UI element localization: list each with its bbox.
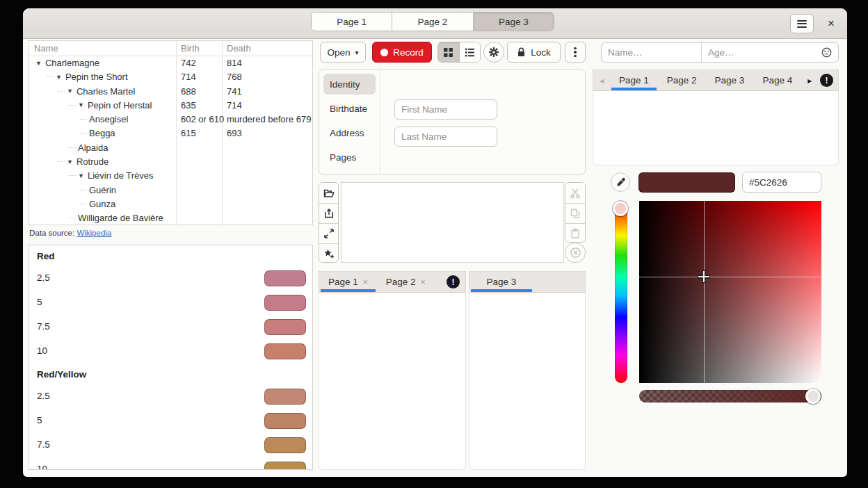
tree-cell-name: Liévin de Trèves xyxy=(88,170,154,181)
notebook-page-content[interactable] xyxy=(593,91,839,165)
titlebar-tab-page1[interactable]: Page 1 xyxy=(312,13,392,31)
copy-icon xyxy=(570,208,581,219)
tab-page3[interactable]: Page 3 xyxy=(469,272,533,292)
tabs-scroll-left-icon[interactable]: ◂ xyxy=(593,70,610,90)
tab-close-icon[interactable]: × xyxy=(363,277,368,287)
expander-arrow-icon[interactable]: ▼ xyxy=(78,101,84,108)
clear-button[interactable] xyxy=(565,243,586,263)
column-header-death[interactable]: Death xyxy=(227,43,251,54)
scale-row[interactable]: 10 xyxy=(29,339,312,364)
list-view-button[interactable] xyxy=(459,42,481,62)
share-button[interactable] xyxy=(319,203,338,223)
expander-arrow-icon[interactable]: ▼ xyxy=(78,172,84,179)
scale-color-swatch xyxy=(264,437,306,453)
scale-row[interactable]: 5 xyxy=(29,409,312,433)
tree-row[interactable]: Ansegisel602 or 610murdered before 679 xyxy=(29,113,312,127)
sidebar-item-pages[interactable]: Pages xyxy=(323,147,376,168)
alpha-slider[interactable] xyxy=(639,390,821,402)
alpha-slider-handle[interactable] xyxy=(805,389,821,404)
age-input[interactable]: Age… xyxy=(702,43,838,62)
fullscreen-button[interactable] xyxy=(319,223,338,243)
tree-row[interactable]: ▼Rotrude xyxy=(29,155,312,169)
tree-row[interactable]: Gunza xyxy=(29,197,312,211)
tree-rows: ▼Charlemagne742814▼Pepin the Short714768… xyxy=(29,56,312,225)
tree-row[interactable]: Willigarde de Bavière xyxy=(29,211,312,225)
name-input[interactable]: Name… xyxy=(602,43,702,62)
scale-row[interactable]: 10 xyxy=(29,457,312,470)
scale-row[interactable]: 7.5 xyxy=(29,433,312,457)
tab-page1[interactable]: Page 1 × xyxy=(319,272,377,292)
tree-row[interactable]: ▼Pepin of Herstal635714 xyxy=(29,99,312,113)
wikipedia-link[interactable]: Wikipedia xyxy=(77,229,111,237)
scale-row[interactable]: 2.5 xyxy=(29,384,312,409)
expander-arrow-icon[interactable]: ▼ xyxy=(67,88,73,95)
tree-row[interactable]: ▼Liévin de Trèves xyxy=(29,169,312,183)
scale-color-swatch xyxy=(264,389,306,405)
sidebar-item-identity[interactable]: Identity xyxy=(323,74,376,95)
close-icon: × xyxy=(828,17,835,31)
column-header-name[interactable]: Name xyxy=(34,43,58,54)
settings-button[interactable] xyxy=(483,42,504,63)
menu-button[interactable] xyxy=(790,14,814,33)
tab-overflow-warning-icon[interactable]: ! xyxy=(820,74,833,87)
view-mode-toggle xyxy=(437,42,481,63)
copy-button[interactable] xyxy=(565,203,585,223)
close-button[interactable]: × xyxy=(820,14,842,33)
expander-arrow-icon[interactable]: ▼ xyxy=(56,74,62,81)
open-file-button[interactable] xyxy=(319,183,338,203)
open-button[interactable]: Open ▾ xyxy=(320,42,366,63)
grid-view-button[interactable] xyxy=(438,42,459,62)
titlebar-tab-page2[interactable]: Page 2 xyxy=(392,13,473,31)
tree-row[interactable]: ▼Pepin the Short714768 xyxy=(29,70,312,84)
expander-arrow-icon[interactable]: ▼ xyxy=(35,60,42,67)
tree-cell-death: 814 xyxy=(227,58,242,68)
scale-row[interactable]: 7.5 xyxy=(29,315,312,339)
tree-row[interactable]: ▼Charles Martel688741 xyxy=(29,85,312,99)
tree-row[interactable]: Begga615693 xyxy=(29,127,312,140)
tree-cell-birth: 615 xyxy=(181,128,196,138)
paste-button[interactable] xyxy=(565,223,585,243)
tab-overflow-warning-icon[interactable]: ! xyxy=(447,275,460,288)
hue-slider[interactable] xyxy=(615,201,627,383)
hex-color-input[interactable]: #5C2626 xyxy=(742,172,821,193)
eyedropper-button[interactable] xyxy=(611,172,630,192)
column-header-birth[interactable]: Birth xyxy=(181,43,200,54)
tabs-scroll-right-icon[interactable]: ▸ xyxy=(801,70,818,90)
color-scales-list[interactable]: Red2.557.510Red/Yellow2.557.510 xyxy=(28,245,313,470)
cut-button[interactable] xyxy=(565,183,585,203)
hue-slider-handle[interactable] xyxy=(613,201,628,216)
tab-close-icon[interactable]: × xyxy=(421,277,426,287)
expander-arrow-icon[interactable]: ▼ xyxy=(67,158,73,165)
sv-cursor-crosshair[interactable] xyxy=(696,269,712,284)
tree-row[interactable]: Alpaida xyxy=(29,141,312,155)
saturation-value-plane[interactable] xyxy=(639,201,821,383)
titlebar-tab-page3[interactable]: Page 3 xyxy=(474,13,554,31)
notebook-page-content[interactable] xyxy=(319,293,466,470)
scale-row[interactable]: 2.5 xyxy=(29,266,312,291)
record-button[interactable]: Record xyxy=(372,42,432,63)
new-favorite-button[interactable] xyxy=(319,243,338,263)
desktop-background: Page 1 Page 2 Page 3 × Name Birth Death … xyxy=(0,0,868,488)
tree-row[interactable]: Guérin xyxy=(29,184,312,197)
sidebar-item-birthdate[interactable]: Birthdate xyxy=(323,98,376,119)
notebook-page-content[interactable] xyxy=(469,293,586,470)
last-name-field[interactable]: Last Name xyxy=(394,127,497,147)
first-name-field[interactable]: First Name xyxy=(394,99,497,120)
titlebar[interactable]: Page 1 Page 2 Page 3 × xyxy=(23,8,847,39)
genealogy-treeview[interactable]: Name Birth Death ▼Charlemagne742814▼Pepi… xyxy=(28,40,313,225)
list-icon xyxy=(465,47,475,58)
scale-row[interactable]: 5 xyxy=(29,291,312,315)
more-options-button[interactable] xyxy=(565,42,586,63)
tab-page3[interactable]: Page 3 xyxy=(706,70,754,90)
sidebar-item-address[interactable]: Address xyxy=(323,122,376,143)
tab-page2[interactable]: Page 2 × xyxy=(377,272,435,292)
tab-page4[interactable]: Page 4 xyxy=(753,70,801,90)
lock-button[interactable]: Lock xyxy=(507,42,561,63)
current-color-swatch[interactable] xyxy=(638,172,735,193)
emoji-picker-icon[interactable] xyxy=(821,47,832,58)
tab-bar: ◂ Page 1 Page 2 Page 3 Page 4 ▸ ! xyxy=(593,70,839,91)
tab-page1[interactable]: Page 1 xyxy=(610,70,658,90)
tree-row[interactable]: ▼Charlemagne742814 xyxy=(29,56,312,70)
tab-page2[interactable]: Page 2 xyxy=(658,70,706,90)
text-editor-area[interactable] xyxy=(341,182,564,263)
